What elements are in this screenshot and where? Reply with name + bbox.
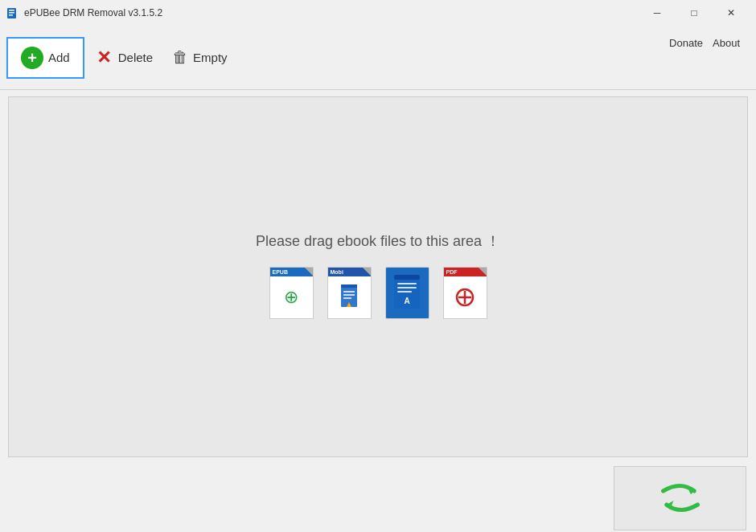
svg-rect-14 — [397, 291, 412, 293]
svg-rect-12 — [397, 283, 417, 284]
mobi-symbol — [337, 283, 361, 312]
drop-message: Please drag ebook files to this area ！ — [256, 231, 500, 251]
maximize-button[interactable]: □ — [676, 0, 713, 26]
svg-rect-2 — [9, 12, 14, 14]
donate-link[interactable]: Donate — [669, 37, 703, 49]
title-bar: ePUBee DRM Removal v3.1.5.2 ─ □ ✕ — [0, 0, 756, 26]
add-button[interactable]: + Add — [6, 37, 84, 79]
toolbar: + Add ✕ Delete 🗑 Empty Donate About — [0, 26, 756, 90]
toolbar-links: Donate About — [669, 26, 750, 49]
svg-rect-13 — [397, 287, 417, 289]
window-title: ePUBee DRM Removal v3.1.5.2 — [24, 7, 639, 18]
trash-icon: 🗑 — [172, 48, 188, 67]
convert-button[interactable] — [614, 466, 746, 530]
app-icon — [6, 6, 19, 19]
bottom-bar — [0, 464, 756, 532]
empty-button[interactable]: 🗑 Empty — [162, 37, 237, 79]
mobi-icon: Mobi — [325, 267, 373, 323]
pdf-icon: PDF — [441, 267, 489, 323]
svg-rect-11 — [394, 275, 420, 280]
add-icon: + — [21, 47, 43, 69]
svg-rect-1 — [9, 10, 14, 11]
epub-icon: EPUB ⊕ — [267, 267, 315, 323]
minimize-button[interactable]: ─ — [639, 0, 676, 26]
pdf-symbol — [453, 283, 477, 312]
empty-label: Empty — [193, 51, 228, 64]
delete-button[interactable]: ✕ Delete — [84, 37, 162, 79]
azw-symbol: A — [391, 273, 423, 312]
convert-icon — [656, 476, 705, 520]
delete-icon: ✕ — [94, 48, 113, 68]
add-label: Add — [48, 51, 70, 64]
svg-rect-3 — [9, 14, 13, 16]
drop-area[interactable]: Please drag ebook files to this area ！ E… — [8, 96, 748, 457]
file-type-icons: EPUB ⊕ Mobi — [267, 267, 489, 323]
window-controls: ─ □ ✕ — [639, 0, 750, 26]
close-button[interactable]: ✕ — [713, 0, 750, 26]
svg-rect-5 — [341, 284, 357, 288]
svg-text:A: A — [404, 297, 409, 305]
azw-icon: A — [383, 267, 431, 323]
about-link[interactable]: About — [713, 37, 740, 49]
delete-label: Delete — [118, 51, 153, 64]
